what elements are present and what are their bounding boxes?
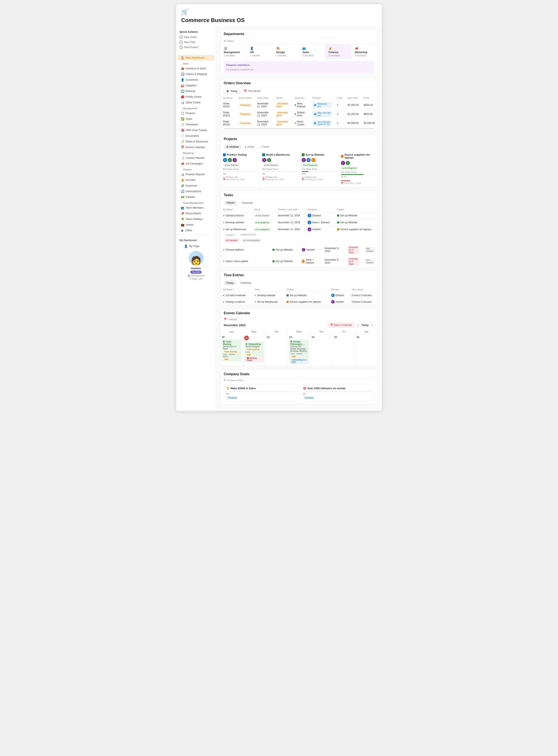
sidebar-item-notice[interactable]: 📌Notice Board [177,211,214,216]
new-order-button[interactable]: + New Order [179,35,213,40]
table-row: Order #0101 Preparing November 11, 2024 … [221,101,377,109]
sidebar-item-expenses[interactable]: 💸Expenses [177,183,214,189]
sidebar-item-my-page[interactable]: 👤 My Page [181,243,211,249]
order-month-0: November 2024 [276,102,288,108]
sidebar-item-salaries[interactable]: 💵Salaries [177,194,214,200]
team-avatars-1: H J [262,158,296,162]
time-entries-title: Time Entries [224,273,374,277]
order-status-2: Preparing [239,121,252,125]
table-row: ●1st half of website ≡Develop website Se… [221,292,377,299]
new-task-button[interactable]: + New Task [179,40,213,45]
cal-cell-13: 13 🗣 Design Philosophy ... Discuss the d… [288,335,310,366]
new-project-button[interactable]: + New Project [179,45,213,50]
team-avatars-0: D J H [223,158,257,162]
goal-badge-0: Company [226,396,238,399]
project-status-3: ● In Progress [341,166,358,170]
sidebar-item-profits[interactable]: 🔴Profits Charts [177,94,214,100]
order-qty-2: 1 [334,119,345,128]
sidebar-item-events[interactable]: 📅Events Calendar [177,145,214,150]
overdue-filter[interactable]: ⊗ Overdue [224,238,239,242]
sidebar-item-projects[interactable]: 📋Projects [177,111,214,116]
cal-next-button[interactable]: › [370,323,374,327]
sidebar-item-refunds[interactable]: ↩️Refunds [177,89,214,94]
sidebar-item-suppliers[interactable]: 🏭Suppliers [177,83,214,88]
calendar-controls: November 2024 📅 Open in Calendar ‹ Today… [221,321,377,329]
cal-header-tue: Tue [265,329,287,334]
project-date-0: 📅 November 30, 2024 [223,178,257,181]
cal-prev-button[interactable]: ‹ [356,323,361,327]
order-status-1: Preparing [239,113,252,116]
order-qty-0: 1 [334,101,345,109]
sidebar-item-customers[interactable]: 👤Customers [177,77,214,82]
order-profit-0: $500.00 [361,101,377,109]
sidebar-item-content[interactable]: 📑Content Planner [177,155,214,161]
user-avatar-area: 🧑 Hashim Founder 🏢 Management 3 Tasks Le… [179,249,212,282]
sidebar-item-subscriptions[interactable]: 🔄Subscriptions [177,189,214,194]
col-task-project: Project [335,207,377,212]
calendar-today-btn[interactable]: Today [361,324,369,327]
col-te-project: Project [284,287,329,292]
sidebar-item-ads[interactable]: 📣Ad Campaigns [177,161,214,166]
team-avatars-3: H J [341,161,375,165]
cal-cell-11: 11 🗓 Onboarding Hiring Designer Team mee… [243,335,265,366]
plus-icon: ➕ [226,90,229,93]
sidebar-item-documents[interactable]: 📄Documents [177,133,214,139]
sidebar-item-inventory[interactable]: 📦Inventory & Stock [177,66,214,71]
avatar-c: C [311,158,315,162]
sidebar-item-tasks[interactable]: ✅Tasks [177,116,214,122]
user-name: Hashim [191,267,201,270]
open-calendar-button[interactable]: 📅 Open in Calendar [328,323,354,327]
tab-done[interactable]: ✓ Done [258,145,272,149]
order-month-2: November 2024 [276,120,288,126]
col-month: Month [274,95,292,101]
team-avatars-2: H D C [302,158,336,162]
unscheduled-filter[interactable]: ⁂ Unscheduled [241,238,261,242]
events-calendar-section: Events Calendar 📅 Calendar November 2024… [220,309,378,366]
sidebar-item-okr[interactable]: 🎯OKR Goal Tracker [177,127,214,133]
sidebar-item-timesheet[interactable]: ⏱️Timesheet [177,122,214,127]
table-row: ●Visiting Locations ≡Set up Warehouse So… [221,299,377,305]
tab-tomorrow[interactable]: Tomorrow [239,201,255,205]
project-card-2: Set up Website H D C ● In Progress 1/5 T… [299,151,338,187]
tasks-complete: COMPLETE 0% [240,234,256,237]
cal-event-onboarding: 🗓 Onboarding Hiring Designer Team meetin… [244,342,264,362]
sidebar-item-team-members[interactable]: 👥Team Members [177,205,214,211]
col-task-timeline: Timeline / due date [275,207,305,212]
user-tasks-left: 3 Tasks Left [190,277,202,280]
sidebar-item-incomes[interactable]: 💰Incomes [177,177,214,183]
orders-tab-today[interactable]: ➕ Today [224,89,240,94]
orders-tab-this-month[interactable]: 📅 This Month [242,89,263,94]
col-date: Order Date [254,95,274,101]
sidebar-item-sales[interactable]: 📊Sales Charts [177,100,214,105]
table-scrollbar[interactable] [224,128,374,129]
user-dept: 🏢 Management [187,274,204,277]
departments-title: Departments [224,32,374,36]
sidebar-item-assets[interactable]: 💼Assets [177,222,214,227]
sidebar-item-finance-reports[interactable]: 📊Finance Reports [177,172,214,177]
sidebar-item-other[interactable]: ▶ Other [177,228,214,233]
tab-active[interactable]: ● Active [242,145,257,149]
sidebar-item-main-dashboard[interactable]: 🏠 Main Dashboard [177,55,214,60]
plus-icon: + [179,41,183,44]
dept-hr: 👤 HR 1 member [247,44,273,59]
tab-today-time[interactable]: Today [224,281,236,285]
table-row: ≡Select colour pallete Set up Website CC… [221,255,377,267]
tab-yesterday-time[interactable]: Yesterday [238,281,254,285]
task-status-2: ● In progress [254,228,271,231]
sidebar-item-orders[interactable]: 🔄Orders & Shipping [177,71,214,77]
order-month-1: November 2024 [276,111,288,117]
tab-today[interactable]: TODAY [224,201,237,205]
calendar-icon: 📅 [224,318,227,321]
quick-actions-title: Quick Actions [179,30,213,35]
time-entries-section: Time Entries Today Yesterday Aa Name Tas… [220,271,378,305]
project-status-1: ● Not Started [262,164,279,167]
project-date-1: 📅 December 30, 2024 [262,178,296,181]
sidebar-item-notes[interactable]: 📝Notes & Resources [177,139,214,144]
dept-finance: 💰 Finance 0 members [325,44,351,59]
order-name-0: Order #0101 [221,101,236,109]
goal-item-0: 🏆 Make $3000 in Sales 0% Company [224,384,297,401]
sidebar-item-holidays[interactable]: 🌴Team Holidays [177,216,214,222]
tab-undone[interactable]: ⊘ Undone [224,145,242,149]
upcoming-badge: ● Upcoming in 2 days [290,359,308,363]
goals-icon: ⊞ [224,379,226,382]
